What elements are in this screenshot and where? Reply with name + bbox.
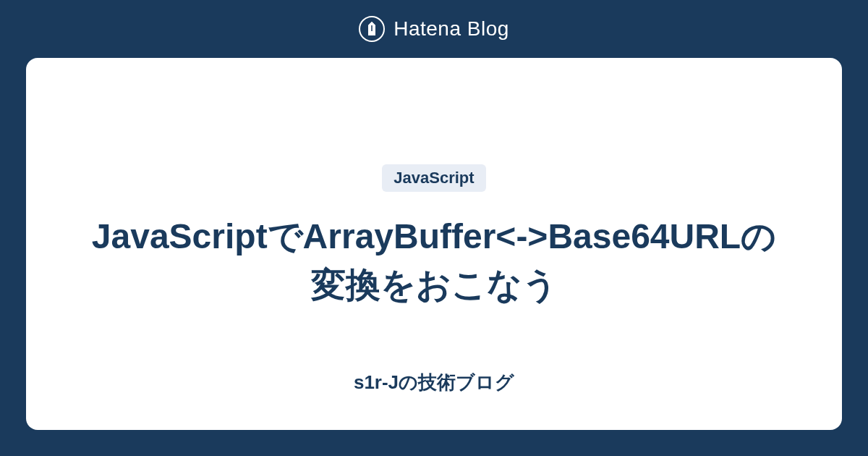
blog-name: s1r-Jの技術ブログ xyxy=(354,370,514,395)
site-header: Hatena Blog xyxy=(0,0,868,58)
article-title: JavaScriptでArrayBuffer<->Base64URLの変換をおこ… xyxy=(87,212,781,309)
hatena-logo-icon xyxy=(359,16,385,42)
category-tag: JavaScript xyxy=(382,164,485,192)
brand-name: Hatena Blog xyxy=(393,17,509,41)
article-card: JavaScript JavaScriptでArrayBuffer<->Base… xyxy=(26,58,842,430)
